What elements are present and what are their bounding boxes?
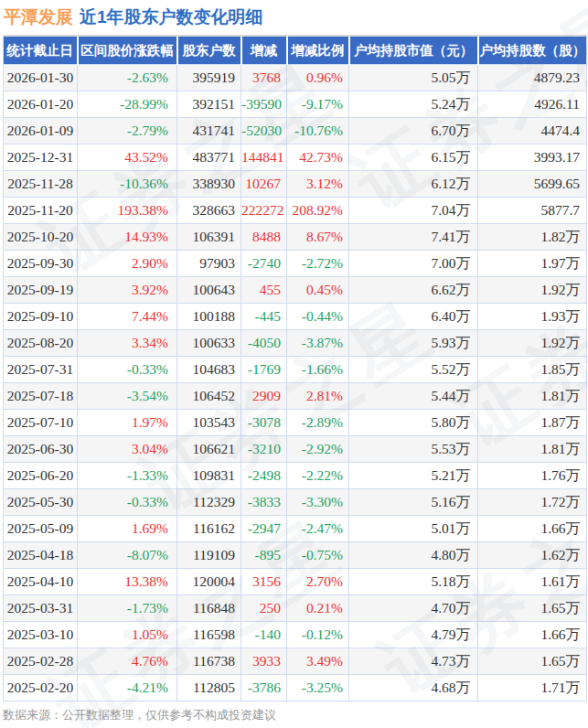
cell-2: 106452: [177, 383, 241, 410]
cell-4: -2.47%: [287, 516, 349, 542]
cell-2: 104683: [177, 357, 241, 383]
cell-6: 1.92万: [478, 330, 587, 357]
cell-3: -445: [241, 304, 287, 330]
cell-0: 2026-01-30: [4, 65, 78, 91]
table-row: 2025-02-20-4.21%112805-3786-3.25%4.68万1.…: [4, 675, 587, 701]
column-header-3: 增减: [241, 36, 287, 65]
cell-1: 2.90%: [78, 251, 177, 277]
cell-4: -0.12%: [287, 622, 349, 648]
cell-4: -9.17%: [287, 91, 349, 118]
cell-4: -2.89%: [287, 410, 349, 436]
cell-6: 1.71万: [478, 675, 587, 701]
cell-5: 5.18万: [349, 569, 478, 595]
cell-2: 112329: [177, 489, 241, 516]
table-row: 2026-01-09-2.79%431741-52030-10.76%6.70万…: [4, 118, 587, 145]
cell-0: 2026-01-20: [4, 91, 78, 118]
cell-0: 2025-04-18: [4, 542, 78, 569]
cell-5: 5.05万: [349, 65, 478, 91]
column-header-5: 户均持股市值（元）: [349, 36, 478, 65]
cell-2: 116848: [177, 595, 241, 622]
cell-6: 1.81万: [478, 383, 587, 410]
cell-1: -2.79%: [78, 118, 177, 145]
cell-2: 328663: [177, 198, 241, 224]
cell-5: 6.15万: [349, 145, 478, 171]
cell-3: -4050: [241, 330, 287, 357]
cell-4: 0.96%: [287, 65, 349, 91]
cell-2: 483771: [177, 145, 241, 171]
cell-5: 5.52万: [349, 357, 478, 383]
cell-4: -0.44%: [287, 304, 349, 330]
table-row: 2025-04-18-8.07%119109-895-0.75%4.80万1.6…: [4, 542, 587, 569]
cell-6: 1.97万: [478, 251, 587, 277]
table-row: 2026-01-30-2.63%39591937680.96%5.05万4879…: [4, 65, 587, 91]
column-header-2: 股东户数: [177, 36, 241, 65]
table-row: 2025-06-20-1.33%109831-2498-2.22%5.21万1.…: [4, 463, 587, 489]
cell-4: 0.21%: [287, 595, 349, 622]
cell-2: 97903: [177, 251, 241, 277]
cell-6: 3993.17: [478, 145, 587, 171]
cell-2: 106621: [177, 436, 241, 463]
cell-3: 2909: [241, 383, 287, 410]
cell-1: -2.63%: [78, 65, 177, 91]
cell-0: 2025-03-10: [4, 622, 78, 648]
cell-0: 2025-09-19: [4, 277, 78, 304]
table-row: 2025-06-303.04%106621-3210-2.92%5.53万1.8…: [4, 436, 587, 463]
cell-4: 2.81%: [287, 383, 349, 410]
cell-3: -895: [241, 542, 287, 569]
cell-4: -3.30%: [287, 489, 349, 516]
cell-6: 1.66万: [478, 516, 587, 542]
cell-4: 8.67%: [287, 224, 349, 251]
cell-0: 2025-10-20: [4, 224, 78, 251]
cell-4: 3.49%: [287, 648, 349, 675]
cell-3: 8488: [241, 224, 287, 251]
cell-4: -10.76%: [287, 118, 349, 145]
table-row: 2025-11-28-10.36%338930102673.12%6.12万56…: [4, 171, 587, 198]
cell-2: 100188: [177, 304, 241, 330]
cell-6: 1.61万: [478, 569, 587, 595]
cell-3: -3210: [241, 436, 287, 463]
cell-6: 1.65万: [478, 648, 587, 675]
cell-3: 3156: [241, 569, 287, 595]
table-row: 2025-09-107.44%100188-445-0.44%6.40万1.93…: [4, 304, 587, 330]
cell-5: 7.41万: [349, 224, 478, 251]
cell-1: 1.05%: [78, 622, 177, 648]
cell-3: -2740: [241, 251, 287, 277]
cell-2: 338930: [177, 171, 241, 198]
cell-5: 4.80万: [349, 542, 478, 569]
cell-1: 193.38%: [78, 198, 177, 224]
cell-2: 106391: [177, 224, 241, 251]
table-row: 2025-07-31-0.33%104683-1769-1.66%5.52万1.…: [4, 357, 587, 383]
cell-4: 2.70%: [287, 569, 349, 595]
cell-3: -1769: [241, 357, 287, 383]
cell-1: 4.76%: [78, 648, 177, 675]
cell-3: -52030: [241, 118, 287, 145]
cell-1: -28.99%: [78, 91, 177, 118]
cell-2: 100643: [177, 277, 241, 304]
cell-1: 14.93%: [78, 224, 177, 251]
cell-4: 208.92%: [287, 198, 349, 224]
table-row: 2025-10-2014.93%10639184888.67%7.41万1.82…: [4, 224, 587, 251]
cell-2: 431741: [177, 118, 241, 145]
cell-4: -3.87%: [287, 330, 349, 357]
table-row: 2025-03-101.05%116598-140-0.12%4.79万1.66…: [4, 622, 587, 648]
table-header: 统计截止日区间股价涨跌幅股东户数增减增减比例户均持股市值（元）户均持股数（股）: [4, 36, 587, 65]
cell-5: 5.01万: [349, 516, 478, 542]
cell-0: 2025-11-28: [4, 171, 78, 198]
cell-5: 5.44万: [349, 383, 478, 410]
cell-3: 3768: [241, 65, 287, 91]
table-row: 2025-02-284.76%11673839333.49%4.73万1.65万: [4, 648, 587, 675]
cell-1: 7.44%: [78, 304, 177, 330]
cell-2: 116598: [177, 622, 241, 648]
cell-0: 2025-02-20: [4, 675, 78, 701]
cell-2: 103543: [177, 410, 241, 436]
cell-0: 2025-07-10: [4, 410, 78, 436]
cell-0: 2025-03-31: [4, 595, 78, 622]
cell-4: 3.12%: [287, 171, 349, 198]
table-row: 2025-07-18-3.54%10645229092.81%5.44万1.81…: [4, 383, 587, 410]
table-row: 2025-03-31-1.73%1168482500.21%4.70万1.65万: [4, 595, 587, 622]
column-header-1: 区间股价涨跌幅: [78, 36, 177, 65]
cell-0: 2025-06-20: [4, 463, 78, 489]
cell-6: 5699.65: [478, 171, 587, 198]
table-body: 2026-01-30-2.63%39591937680.96%5.05万4879…: [4, 65, 587, 701]
cell-6: 4474.4: [478, 118, 587, 145]
